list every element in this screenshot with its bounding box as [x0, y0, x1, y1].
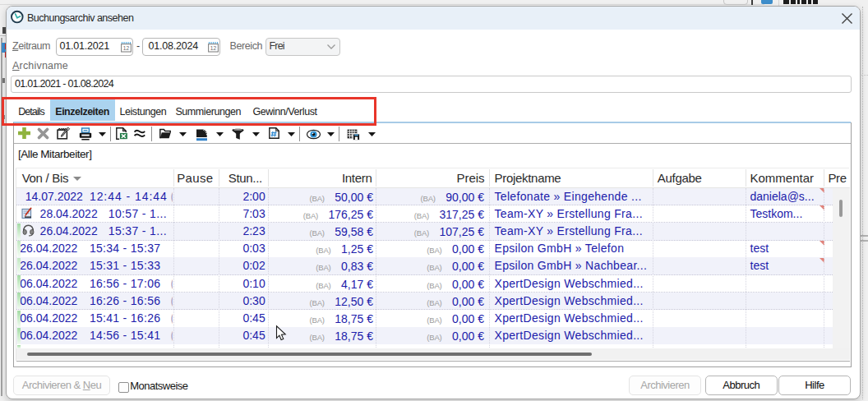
svg-text:12: 12	[122, 45, 129, 51]
svg-text:12: 12	[210, 45, 216, 51]
